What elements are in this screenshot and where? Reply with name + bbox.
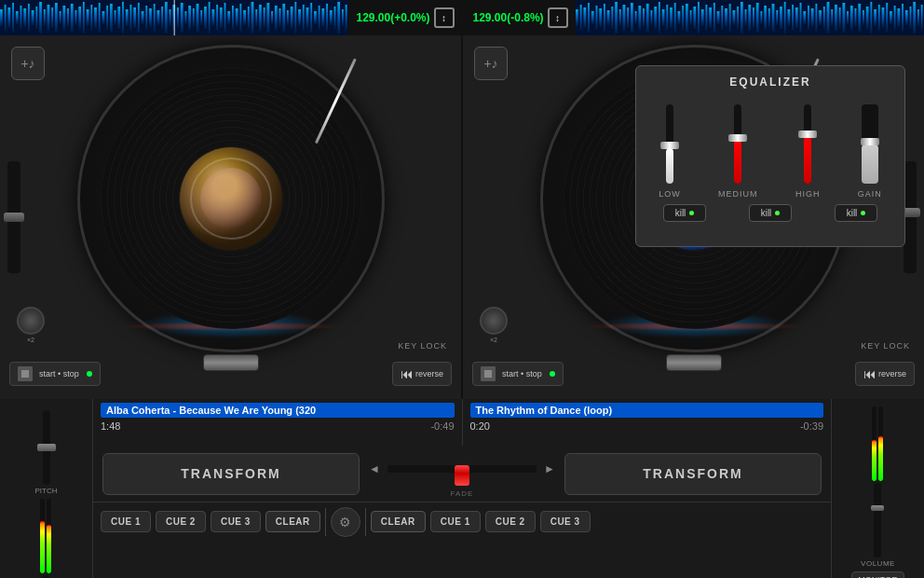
svg-rect-36 bbox=[138, 3, 140, 33]
crossfader-arrow-right[interactable]: ► bbox=[544, 462, 555, 475]
waveform-right bbox=[576, 0, 924, 35]
svg-rect-5 bbox=[16, 11, 19, 24]
svg-rect-72 bbox=[279, 8, 281, 27]
pitch-fader-handle-left[interactable] bbox=[37, 444, 56, 451]
eq-kill-label-low: kill bbox=[675, 208, 686, 218]
crossfader-handle[interactable] bbox=[455, 465, 469, 486]
crossfader-arrow-left[interactable]: ◄ bbox=[369, 462, 380, 475]
svg-rect-16 bbox=[60, 11, 61, 24]
svg-rect-127 bbox=[713, 3, 714, 33]
svg-rect-41 bbox=[157, 10, 160, 25]
svg-rect-179 bbox=[917, 9, 919, 26]
svg-rect-87 bbox=[337, 2, 340, 34]
svg-rect-23 bbox=[87, 9, 89, 26]
svg-rect-38 bbox=[145, 6, 147, 30]
cue-button-left-2[interactable]: CUE 2 bbox=[156, 511, 206, 532]
add-music-button-right[interactable]: +♪ bbox=[474, 47, 508, 80]
svg-rect-64 bbox=[248, 7, 250, 29]
cue-button-right-3[interactable]: CUE 3 bbox=[540, 511, 591, 532]
svg-rect-143 bbox=[776, 10, 778, 25]
left-controls-panel: PITCH VOLUME SYNC MONITOR bbox=[0, 399, 93, 578]
eq-kill-dot-low bbox=[689, 211, 694, 215]
svg-rect-166 bbox=[865, 7, 868, 29]
eq-handle-gain[interactable] bbox=[861, 138, 879, 145]
clear-button-left[interactable]: CLEAR bbox=[265, 511, 320, 532]
svg-rect-132 bbox=[732, 10, 735, 25]
pitch-slider-left[interactable] bbox=[7, 161, 20, 273]
start-stop-label-left: start • stop bbox=[39, 369, 79, 378]
cue-button-right-1[interactable]: CUE 1 bbox=[430, 511, 481, 532]
pitch-knob-right[interactable]: ×2 bbox=[480, 307, 508, 343]
eq-kill-dot-high bbox=[861, 211, 865, 215]
svg-rect-115 bbox=[666, 5, 668, 31]
bpm-icon-left[interactable]: ↕ bbox=[434, 7, 455, 28]
pitch-knob-left[interactable]: ×2 bbox=[17, 307, 45, 343]
pitch-slider-handle-left[interactable] bbox=[4, 213, 24, 222]
pitch-fader-track-left[interactable] bbox=[43, 410, 50, 485]
svg-rect-37 bbox=[142, 11, 144, 24]
turntable-left bbox=[77, 45, 385, 352]
svg-rect-152 bbox=[810, 8, 813, 27]
svg-rect-104 bbox=[622, 5, 625, 31]
svg-rect-121 bbox=[689, 10, 691, 25]
svg-rect-97 bbox=[595, 6, 597, 30]
eq-track-high[interactable] bbox=[804, 104, 811, 184]
crossfader-track[interactable] bbox=[387, 465, 537, 473]
eq-kill-btn-medium[interactable]: kill bbox=[749, 204, 793, 222]
bpm-icon-right[interactable]: ↕ bbox=[548, 7, 568, 28]
add-music-button-left[interactable]: +♪ bbox=[11, 47, 45, 80]
eq-track-gain[interactable] bbox=[862, 104, 878, 184]
svg-rect-86 bbox=[334, 7, 336, 29]
start-stop-button-left[interactable]: start • stop bbox=[9, 362, 101, 386]
svg-rect-101 bbox=[611, 7, 613, 29]
cue-button-left-3[interactable]: CUE 3 bbox=[211, 511, 261, 532]
svg-rect-119 bbox=[682, 6, 684, 30]
transform-button-right[interactable]: TRANSFORM bbox=[564, 453, 822, 495]
monitor-button-right[interactable]: MONITOR bbox=[851, 571, 904, 578]
svg-rect-71 bbox=[275, 6, 278, 30]
transform-button-left[interactable]: TRANSFORM bbox=[102, 453, 360, 495]
volume-fader-track-right[interactable] bbox=[874, 483, 881, 557]
start-stop-button-right[interactable]: start • stop bbox=[472, 362, 564, 386]
svg-rect-139 bbox=[760, 11, 762, 24]
svg-rect-175 bbox=[902, 4, 904, 32]
svg-rect-151 bbox=[808, 6, 809, 30]
svg-rect-4 bbox=[12, 3, 14, 33]
track-name-left: Alba Coherta - Because We Are Young (320 bbox=[101, 403, 455, 418]
svg-rect-70 bbox=[271, 11, 273, 24]
eq-track-medium[interactable] bbox=[734, 104, 741, 184]
play-status-dot-right bbox=[550, 371, 555, 377]
eq-slider-low: LOW bbox=[659, 104, 681, 199]
eq-slider-high: HIGH bbox=[795, 104, 821, 199]
settings-button[interactable]: ⚙ bbox=[331, 507, 360, 537]
bpm-display-left: 129.00(+0.0%) ↕ bbox=[348, 7, 461, 28]
equalizer-panel: EQUALIZER LOW MEDIUM bbox=[635, 65, 905, 247]
svg-rect-8 bbox=[28, 4, 30, 32]
svg-rect-44 bbox=[170, 9, 171, 26]
volume-fader-handle-right[interactable] bbox=[871, 505, 884, 511]
svg-rect-52 bbox=[200, 10, 202, 25]
reverse-button-right[interactable]: ⏮ reverse bbox=[855, 362, 915, 386]
eq-handle-medium[interactable] bbox=[728, 134, 747, 142]
cue-button-right-2[interactable]: CUE 2 bbox=[485, 511, 536, 532]
svg-rect-113 bbox=[658, 2, 659, 34]
eq-track-low[interactable] bbox=[666, 104, 673, 184]
svg-rect-55 bbox=[211, 9, 214, 26]
clear-button-right[interactable]: CLEAR bbox=[371, 511, 426, 532]
pitch-slider-right[interactable] bbox=[904, 161, 917, 273]
cue-button-left-1[interactable]: CUE 1 bbox=[101, 511, 151, 532]
eq-kill-btn-low[interactable]: kill bbox=[663, 204, 707, 222]
center-mixer: Alba Coherta - Because We Are Young (320… bbox=[93, 399, 831, 578]
eq-kill-btn-high[interactable]: kill bbox=[835, 204, 878, 222]
svg-rect-106 bbox=[631, 3, 633, 33]
svg-rect-89 bbox=[346, 5, 347, 31]
reverse-button-left[interactable]: ⏮ reverse bbox=[392, 362, 452, 386]
mixer-section: PITCH VOLUME SYNC MONITOR bbox=[0, 399, 924, 578]
eq-handle-high[interactable] bbox=[798, 131, 817, 138]
svg-rect-147 bbox=[792, 5, 794, 31]
eq-label-medium: MEDIUM bbox=[718, 189, 758, 199]
eq-handle-low[interactable] bbox=[660, 142, 679, 149]
svg-rect-19 bbox=[71, 4, 74, 32]
fade-label: FADE bbox=[451, 489, 474, 498]
track-info-right: The Rhythm of Dance (loop) 0:20 -0:39 bbox=[463, 399, 832, 446]
